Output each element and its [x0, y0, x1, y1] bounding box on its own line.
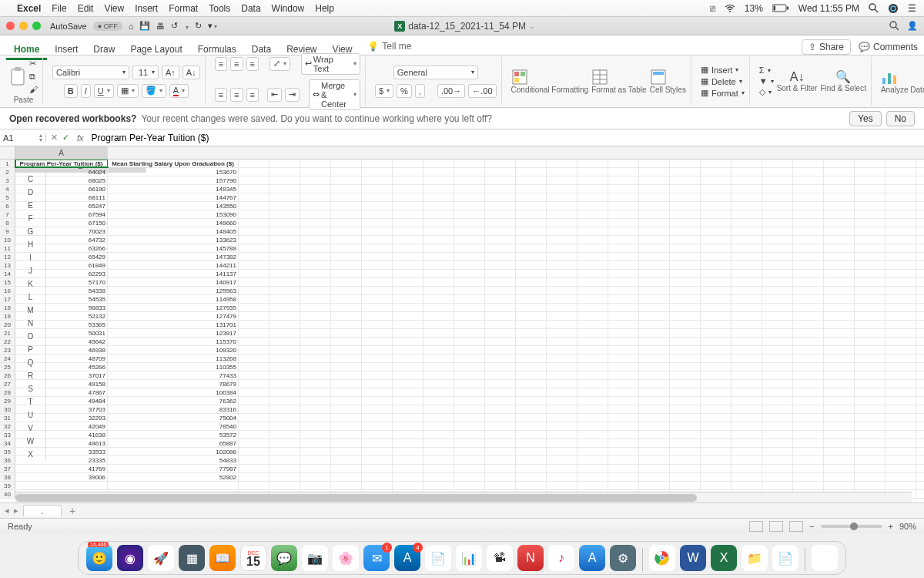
format-painter-icon[interactable]: 🖌	[29, 85, 38, 94]
table-row[interactable]: 2346938109320	[0, 346, 924, 355]
siri-dock-icon[interactable]: ◉	[117, 545, 143, 571]
menu-icon[interactable]: ☰	[908, 3, 916, 14]
increase-font-icon[interactable]: A↑	[162, 66, 179, 79]
italic-button[interactable]: I	[81, 84, 91, 98]
chrome-icon[interactable]	[649, 545, 675, 571]
app-store-icon[interactable]: A4	[394, 545, 420, 571]
table-row[interactable]: 303770383316	[0, 405, 924, 414]
horizontal-scrollbar[interactable]	[15, 492, 912, 502]
minimize-window-button[interactable]	[19, 22, 28, 30]
autosave-toggle[interactable]: ● OFF	[93, 22, 122, 31]
zoom-in-button[interactable]: +	[889, 522, 893, 531]
tab-page-layout[interactable]: Page Layout	[122, 41, 189, 58]
bold-button[interactable]: B	[64, 84, 78, 98]
table-row[interactable]: 2545266110355	[0, 363, 924, 371]
comments-button[interactable]: 💬 Comments	[859, 42, 918, 52]
table-row[interactable]: 1856833127935	[0, 304, 924, 312]
align-right-icon[interactable]: ≡	[246, 88, 259, 102]
mission-control-icon[interactable]: ▦	[179, 545, 205, 571]
table-row[interactable]: 1Program Per-Year Tuition ($)Mean Starti…	[0, 160, 924, 168]
launchpad-icon[interactable]: 🚀	[148, 545, 174, 571]
photo-booth-icon[interactable]: 📷	[302, 545, 328, 571]
app-icon[interactable]: A	[579, 545, 605, 571]
table-row[interactable]: 39	[0, 482, 924, 490]
save-icon[interactable]: 💾	[139, 21, 150, 31]
table-row[interactable]: 970023148405	[0, 227, 924, 236]
add-sheet-button[interactable]: +	[66, 505, 79, 517]
normal-view-button[interactable]	[749, 521, 763, 532]
cut-icon[interactable]: ✂	[29, 59, 38, 69]
table-row[interactable]: 1265429147382	[0, 253, 924, 261]
recovery-yes-button[interactable]: Yes	[849, 111, 882, 126]
format-as-table-button[interactable]: Format as Table	[591, 69, 647, 94]
align-left-icon[interactable]: ≡	[215, 88, 227, 102]
print-icon[interactable]: 🖶	[156, 22, 165, 31]
autosum-button[interactable]: Σ ▾	[759, 66, 774, 75]
table-row[interactable]: 1163266145788	[0, 244, 924, 253]
table-row[interactable]: 1754535114958	[0, 295, 924, 304]
ribbon-options-icon[interactable]: 👤	[907, 21, 918, 31]
font-color-button[interactable]: A	[169, 84, 189, 98]
cell-styles-button[interactable]: Cell Styles	[650, 69, 686, 94]
search-icon[interactable]	[889, 21, 899, 31]
borders-button[interactable]: ▦	[117, 84, 139, 98]
table-row[interactable]: 1064732133623	[0, 236, 924, 244]
numbers-icon[interactable]: 📊	[456, 545, 482, 571]
decrease-indent-icon[interactable]: ⇤	[267, 88, 282, 102]
table-row[interactable]: 374176977987	[0, 465, 924, 473]
menu-view[interactable]: View	[104, 3, 124, 14]
table-row[interactable]: 1654338125563	[0, 287, 924, 295]
file-icon[interactable]: 📁	[742, 545, 768, 571]
find-select-button[interactable]: 🔍Find & Select	[820, 70, 865, 92]
battery-icon[interactable]	[772, 4, 789, 12]
trash-icon[interactable]: 🗑	[812, 545, 838, 571]
photos-icon[interactable]: 🌸	[333, 545, 359, 571]
calendar-icon[interactable]: DEC15	[240, 545, 266, 571]
fill-button[interactable]: ▼ ▾	[759, 76, 774, 86]
select-all-corner[interactable]	[0, 146, 15, 159]
table-row[interactable]: 264024153670	[0, 168, 924, 176]
doc-icon[interactable]: 📄	[772, 545, 798, 571]
share-button[interactable]: ⇪ Share	[802, 39, 851, 55]
copy-icon[interactable]: ⧉	[29, 72, 38, 82]
font-size-select[interactable]: 11▾	[132, 66, 159, 79]
sort-filter-button[interactable]: A↓Sort & Filter	[777, 70, 818, 92]
messages-icon[interactable]: 💬	[271, 545, 297, 571]
paste-button[interactable]	[9, 66, 26, 86]
accounting-format-icon[interactable]: $	[375, 84, 393, 98]
spotlight-icon[interactable]	[869, 3, 879, 13]
table-row[interactable]: 1361849144211	[0, 261, 924, 270]
undo-icon[interactable]: ↺	[171, 21, 178, 31]
increase-decimal-icon[interactable]: .00→	[437, 84, 465, 98]
table-row[interactable]: 867150149660	[0, 219, 924, 227]
menu-insert[interactable]: Insert	[135, 3, 158, 14]
font-name-select[interactable]: Calibri▾	[52, 66, 129, 79]
formula-input[interactable]	[87, 133, 924, 143]
tell-me[interactable]: 💡 Tell me	[360, 38, 419, 55]
music-icon[interactable]: ♪	[548, 545, 574, 571]
home-icon[interactable]: ⌂	[129, 22, 134, 31]
sheet-nav-next[interactable]: ▸	[14, 506, 18, 516]
table-row[interactable]: 313229375004	[0, 414, 924, 422]
pages-icon[interactable]: 📄	[425, 545, 451, 571]
table-row[interactable]: 1462293141137	[0, 270, 924, 278]
document-title[interactable]: data-12_15_2021-11_54 PM	[408, 21, 526, 32]
siri-icon[interactable]	[888, 3, 899, 14]
underline-button[interactable]: U	[94, 84, 114, 98]
table-row[interactable]: 2245642115370	[0, 338, 924, 346]
insert-cells-button[interactable]: ▦ Insert ▾	[701, 65, 745, 75]
clear-button[interactable]: ◇ ▾	[759, 87, 774, 97]
number-format-select[interactable]: General▾	[393, 66, 478, 79]
page-break-view-button[interactable]	[789, 521, 803, 532]
menu-file[interactable]: File	[52, 3, 66, 14]
screen-share-icon[interactable]: ⎚	[710, 3, 715, 14]
table-row[interactable]: 344861365887	[0, 439, 924, 448]
qat-customize[interactable]: ▾	[208, 21, 217, 31]
table-row[interactable]: 466190149345	[0, 185, 924, 193]
table-row[interactable]: 767594153090	[0, 210, 924, 219]
app-name[interactable]: Excel	[17, 3, 41, 14]
increase-indent-icon[interactable]: ⇥	[285, 88, 300, 102]
menu-format[interactable]: Format	[169, 3, 198, 14]
align-center-icon[interactable]: ≡	[230, 88, 243, 102]
name-box[interactable]: A1▴▾	[0, 133, 46, 143]
